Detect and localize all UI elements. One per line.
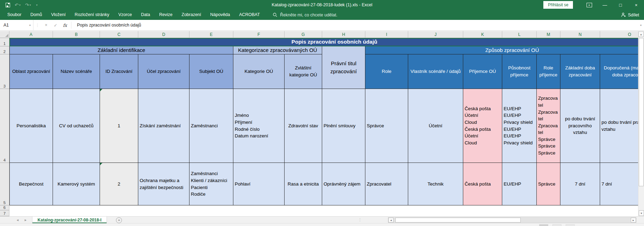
cell-o4[interactable]: po dobu trvání pracovního vztahu — [600, 89, 644, 163]
header-id-zracovani[interactable]: ID Zracování — [100, 54, 138, 89]
row-header-5[interactable]: 5 — [0, 163, 9, 205]
header-vlastnik-scenare[interactable]: Vlastník scénáře / údajů — [408, 54, 463, 89]
sign-in-button[interactable]: Přihlásit se — [543, 1, 573, 9]
cell-j5[interactable]: Technik — [408, 163, 463, 205]
cell-a5[interactable]: Bezpečnost — [9, 163, 53, 205]
header-kategorie-ou[interactable]: Kategorie OÚ — [233, 54, 285, 89]
header-pusobnost-prijemce[interactable]: Působnost příjemce — [502, 54, 537, 89]
horizontal-scrollbar[interactable]: ◄ ► — [388, 217, 636, 223]
row-header-1[interactable]: 1 — [0, 38, 9, 46]
formula-bar-expand-icon[interactable]: ▾ — [640, 24, 642, 27]
column-header-h[interactable]: H — [322, 31, 365, 38]
cell-c4[interactable]: 1 — [100, 89, 138, 163]
cell-f5[interactable]: Pohlaví — [233, 163, 285, 205]
tab-vzorce[interactable]: Vzorce — [114, 10, 137, 20]
cell-k5[interactable]: Česká pošta — [463, 163, 502, 205]
column-header-i[interactable]: I — [365, 31, 408, 38]
cell-a1-sheet-title[interactable]: Popis zpracování osobních údajů — [9, 38, 644, 46]
scroll-right-button[interactable]: ► — [631, 218, 636, 223]
tab-vlozeni[interactable]: Vložení — [47, 10, 70, 20]
cell-h5[interactable]: Oprávněný zájem — [322, 163, 365, 205]
row-header-2[interactable]: 2 — [0, 46, 9, 54]
cell-i5[interactable]: Zpracovatel — [365, 163, 408, 205]
tab-data[interactable]: Data — [137, 10, 155, 20]
column-header-j[interactable]: J — [408, 31, 463, 38]
header-zakladni-doba[interactable]: Základní doba zpracování — [560, 54, 600, 89]
cell-n5[interactable]: 7 dní — [560, 163, 600, 205]
cell-l5[interactable]: EU/EHP — [502, 163, 537, 205]
share-button[interactable]: Sdílet — [621, 10, 639, 20]
view-normal-button[interactable] — [539, 224, 548, 226]
header-subjekt-ou[interactable]: Subjekt OÚ — [189, 54, 233, 89]
ribbon-display-options-button[interactable]: ▴ — [581, 0, 597, 10]
horizontal-scrollbar-thumb[interactable] — [395, 218, 521, 223]
header-role-prijemce[interactable]: Role příjemce — [537, 54, 560, 89]
view-page-layout-button[interactable] — [552, 224, 561, 226]
cell-o5[interactable]: 7 dní — [600, 163, 644, 205]
tab-napoveda[interactable]: Nápověda — [206, 10, 235, 20]
tab-scrollbar-splitter[interactable]: ⋮ — [358, 218, 362, 222]
vertical-scrollbar-thumb[interactable] — [639, 38, 644, 186]
header-zvlastni-kategorie-ou[interactable]: Zvláštní kategorie OÚ — [285, 54, 322, 89]
header-pravni-titul-zpracovani[interactable]: Právní titul zpracování — [322, 46, 365, 89]
name-box[interactable]: A1 ▾ — [0, 20, 33, 30]
column-header-o[interactable]: O — [600, 31, 644, 38]
insert-function-button[interactable]: fx — [60, 23, 70, 28]
cell-m5[interactable]: Správce — [537, 163, 560, 205]
scroll-down-button[interactable]: ▼ — [639, 210, 644, 216]
group-header-kategorizace-ou[interactable]: Kategorizace zpracovávaných OÚ — [233, 46, 322, 54]
column-header-g[interactable]: G — [285, 31, 322, 38]
name-box-dropdown-icon[interactable]: ▾ — [29, 24, 31, 27]
row-header-4[interactable]: 4 — [0, 89, 9, 163]
close-button[interactable]: × — [628, 0, 644, 10]
formula-input[interactable]: Popis zpracování osobních údajů — [77, 23, 141, 28]
column-header-f[interactable]: F — [233, 31, 285, 38]
header-oblast-zpracovani[interactable]: Oblast zpracování — [9, 54, 53, 89]
select-all-button[interactable] — [0, 31, 9, 38]
cell-g5[interactable]: Rasa a etnicita — [285, 163, 322, 205]
cell-b4[interactable]: CV od uchazečů — [53, 89, 100, 163]
column-header-k[interactable]: K — [463, 31, 502, 38]
cell-b5[interactable]: Kamerový systém — [53, 163, 100, 205]
header-role[interactable]: Role — [365, 54, 408, 89]
header-nazev-scenare[interactable]: Název scénáře — [53, 54, 100, 89]
cell-m4[interactable]: Zpracovatel Zpracovatel Zpracovatel Sprá… — [537, 89, 560, 163]
cell-l4[interactable]: EU/EHP EU/EHP Privacy shield EU/EHP EU/E… — [502, 89, 537, 163]
column-header-e[interactable]: E — [189, 31, 233, 38]
column-header-a[interactable]: A — [9, 31, 53, 38]
tab-revize[interactable]: Revize — [155, 10, 177, 20]
cell-g4[interactable]: Zdravotní stav — [285, 89, 322, 163]
cell-d4[interactable]: Získání zaměstnání — [138, 89, 189, 163]
column-header-l[interactable]: L — [502, 31, 537, 38]
vertical-scrollbar[interactable]: ▲ ▼ — [638, 31, 644, 216]
tab-zobrazeni[interactable]: Zobrazení — [177, 10, 205, 20]
header-prijemce-ou[interactable]: Příjemce OÚ — [463, 54, 502, 89]
row-header-6[interactable]: 6 — [0, 205, 9, 210]
column-header-c[interactable]: C — [100, 31, 138, 38]
cell-d5[interactable]: Ochrana majetku a zajištění bezpečnosti — [138, 163, 189, 205]
cancel-entry-button[interactable]: × — [41, 23, 51, 28]
tab-acrobat[interactable]: ACROBAT — [235, 10, 265, 20]
row-header-7[interactable]: 7 — [0, 210, 9, 216]
cell-i4[interactable]: Správce — [365, 89, 408, 163]
scroll-left-button[interactable]: ◄ — [388, 218, 394, 223]
minimize-button[interactable]: — — [597, 0, 613, 10]
cell-e5[interactable]: Zaměstnanci Klienti / zákazníci Pacienti… — [189, 163, 233, 205]
new-sheet-button[interactable]: + — [116, 217, 122, 223]
row-header-3[interactable]: 3 — [0, 54, 9, 89]
previous-sheet-button[interactable]: ◄ — [16, 218, 19, 222]
group-header-zakladni-identifikace[interactable]: Základní identifikace — [9, 46, 233, 54]
cell-a4[interactable]: Personalistika — [9, 89, 53, 163]
sheet-tab-katalog[interactable]: Katalog-zpracování-27-08-2018-l — [32, 217, 107, 223]
cell-c5[interactable]: 2 — [100, 163, 138, 205]
header-doporucena-doba[interactable]: Doporučená (maximální) doba zpracování — [600, 54, 644, 89]
next-sheet-button[interactable]: ► — [24, 218, 27, 222]
tab-soubor[interactable]: Soubor — [3, 10, 26, 20]
header-ucel-zpracovani[interactable]: Účel zpracování — [138, 54, 189, 89]
column-header-m[interactable]: M — [537, 31, 560, 38]
cell-e4[interactable]: Zaměstnanci — [189, 89, 233, 163]
tell-me-search[interactable]: Řekněte mi, co chcete udělat. — [273, 13, 337, 17]
cell-n4[interactable]: po dobu trvání pracovního vztahu — [560, 89, 600, 163]
cell-h4[interactable]: Plnění smlouvy — [322, 89, 365, 163]
scroll-up-button[interactable]: ▲ — [638, 31, 644, 37]
